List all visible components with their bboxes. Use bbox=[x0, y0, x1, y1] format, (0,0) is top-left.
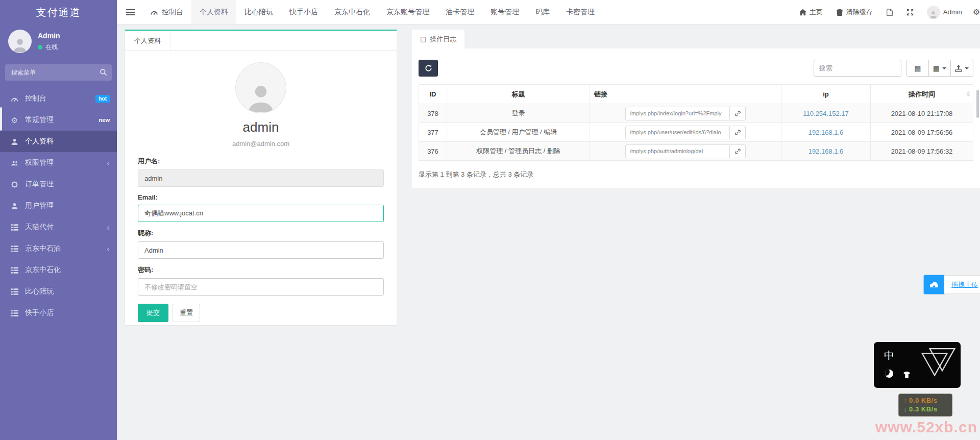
ip-link[interactable]: 192.168.1.6 bbox=[808, 129, 844, 136]
chevron-left-icon: ‹ bbox=[107, 159, 110, 167]
log-search-input[interactable] bbox=[814, 60, 901, 77]
columns-button[interactable]: ▦ bbox=[928, 60, 951, 77]
column-header-link[interactable]: 链接 bbox=[590, 85, 781, 104]
search-icon[interactable] bbox=[100, 68, 107, 76]
sidebar-item-profile[interactable]: 个人资料 bbox=[0, 131, 117, 152]
copy-link-button[interactable] bbox=[730, 107, 746, 120]
drag-upload-widget[interactable]: 拖拽上传 bbox=[924, 275, 980, 294]
column-header-time[interactable]: 操作时间 bbox=[871, 85, 973, 104]
sidebar-scrollbar-thumb[interactable] bbox=[0, 107, 2, 131]
sidebar-item-jd-oil[interactable]: 京东中石油 ‹ bbox=[0, 238, 117, 259]
chain-link-icon bbox=[734, 129, 741, 136]
skin-shirt-icon[interactable] bbox=[903, 371, 911, 380]
refresh-button[interactable] bbox=[419, 60, 438, 77]
sidebar-item-label: 个人资料 bbox=[25, 137, 54, 146]
password-field[interactable] bbox=[138, 278, 384, 296]
export-button[interactable] bbox=[950, 60, 973, 77]
record-summary: 显示第 1 到第 3 条记录，总共 3 条记录 bbox=[419, 170, 973, 179]
copy-link-button[interactable] bbox=[730, 126, 746, 139]
dashboard-icon bbox=[10, 95, 19, 103]
sidebar-item-auth[interactable]: 权限管理 ‹ bbox=[0, 152, 117, 174]
user-avatar bbox=[8, 30, 32, 53]
copy-link-button[interactable] bbox=[730, 144, 746, 158]
sidebar-item-tmall[interactable]: 天猫代付 ‹ bbox=[0, 216, 117, 238]
column-header-title[interactable]: 标题 bbox=[447, 85, 590, 104]
sidebar-item-jd-sinopec[interactable]: 京东中石化 bbox=[0, 259, 117, 281]
tab-bixin[interactable]: 比心陪玩 bbox=[236, 0, 281, 24]
menu-toggle-icon[interactable] bbox=[126, 8, 135, 17]
link-url-input[interactable] bbox=[625, 107, 730, 120]
ime-logo-triangles bbox=[914, 346, 957, 384]
sidebar-item-label: 权限管理 bbox=[25, 158, 54, 167]
clear-cache-label: 清除缓存 bbox=[846, 8, 873, 17]
tab-jd-account[interactable]: 京东账号管理 bbox=[378, 0, 437, 24]
chevron-left-icon: ‹ bbox=[107, 223, 110, 232]
sidebar-item-label: 用户管理 bbox=[25, 201, 54, 210]
sidebar-user-block: Admin 在线 bbox=[0, 25, 117, 58]
sidebar-item-label: 常规管理 bbox=[25, 115, 54, 125]
tab-account[interactable]: 账号管理 bbox=[482, 0, 527, 24]
sidebar-item-console[interactable]: 控制台 hot bbox=[0, 88, 117, 109]
reset-button[interactable]: 重置 bbox=[173, 304, 200, 322]
tab-profile[interactable]: 个人资料 bbox=[191, 0, 236, 24]
drag-upload-label[interactable]: 拖拽上传 bbox=[944, 275, 980, 294]
tab-console[interactable]: 控制台 bbox=[142, 0, 191, 24]
tab-card-secret[interactable]: 卡密管理 bbox=[558, 0, 603, 24]
ime-chinese-mode-label[interactable]: 中 bbox=[884, 349, 894, 362]
ip-link[interactable]: 192.168.1.6 bbox=[808, 148, 844, 155]
ip-link[interactable]: 110.254.152.17 bbox=[803, 110, 848, 117]
new-badge: new bbox=[99, 117, 110, 123]
submit-button[interactable]: 提交 bbox=[138, 304, 168, 322]
link-url-input[interactable] bbox=[625, 126, 730, 139]
sidebar-item-general[interactable]: ⚙ 常规管理 new bbox=[0, 109, 117, 131]
moon-icon[interactable] bbox=[885, 370, 893, 378]
ime-toolbar[interactable]: 中 bbox=[874, 342, 961, 388]
chain-link-icon bbox=[734, 148, 741, 155]
circle-icon bbox=[10, 181, 19, 188]
detail-view-icon: ▤ bbox=[914, 64, 921, 72]
network-speed-badge: ↑ 0.0 KB/s ↓ 0.3 KB/s bbox=[898, 394, 952, 417]
person-icon bbox=[245, 81, 277, 113]
home-button[interactable]: 主页 bbox=[793, 0, 829, 24]
user-menu[interactable]: Admin bbox=[920, 0, 969, 24]
content-area: 个人资料 admin admin@admin.com 用户名: Email: bbox=[117, 25, 980, 440]
profile-avatar[interactable] bbox=[235, 62, 286, 113]
column-header-ip[interactable]: ip bbox=[781, 85, 871, 104]
fullscreen-button[interactable] bbox=[900, 0, 920, 24]
sidebar-item-kuaishou[interactable]: 快手小店 bbox=[0, 302, 117, 324]
menu-search-input[interactable] bbox=[5, 64, 112, 81]
sidebar-item-orders[interactable]: 订单管理 bbox=[0, 174, 117, 195]
user-icon bbox=[10, 138, 19, 145]
nickname-field[interactable] bbox=[138, 241, 384, 259]
settings-gears-icon[interactable]: ⚙ bbox=[969, 7, 980, 17]
cell-title: 权限管理 / 管理员日志 / 删除 bbox=[447, 142, 590, 161]
cell-time: 2021-08-09 17:56:56 bbox=[871, 123, 973, 142]
tab-code-lib[interactable]: 码库 bbox=[527, 0, 558, 24]
tab-operation-log[interactable]: ▤ 操作日志 bbox=[412, 30, 464, 48]
column-header-id[interactable]: ID bbox=[419, 85, 447, 104]
link-url-input[interactable] bbox=[625, 144, 730, 158]
upload-button[interactable] bbox=[924, 275, 944, 294]
list-icon bbox=[10, 288, 19, 296]
cell-time: 2021-08-09 17:56:32 bbox=[871, 142, 973, 161]
sidebar-item-bixin[interactable]: 比心陪玩 bbox=[0, 281, 117, 302]
tab-jd-sinopec[interactable]: 京东中石化 bbox=[326, 0, 378, 24]
sidebar-item-users[interactable]: 用户管理 bbox=[0, 195, 117, 216]
hot-badge: hot bbox=[95, 95, 110, 103]
cloud-upload-icon bbox=[928, 281, 940, 289]
app-title: 支付通道 bbox=[0, 0, 117, 25]
profile-card-tab[interactable]: 个人资料 bbox=[125, 31, 170, 51]
detail-view-button[interactable]: ▤ bbox=[906, 60, 929, 77]
page-scrollbar-thumb[interactable] bbox=[976, 90, 979, 118]
trash-icon bbox=[836, 9, 843, 16]
email-field[interactable] bbox=[138, 205, 384, 222]
page-switch-button[interactable] bbox=[879, 0, 900, 24]
gears-icon: ⚙ bbox=[10, 116, 19, 124]
chain-link-icon bbox=[734, 110, 741, 117]
home-icon bbox=[799, 9, 806, 16]
tab-kuaishou[interactable]: 快手小店 bbox=[281, 0, 326, 24]
clear-cache-button[interactable]: 清除缓存 bbox=[829, 0, 879, 24]
caret-down-icon bbox=[942, 67, 946, 69]
tab-oil-card[interactable]: 油卡管理 bbox=[437, 0, 482, 24]
cell-ip: 192.168.1.6 bbox=[781, 123, 871, 142]
